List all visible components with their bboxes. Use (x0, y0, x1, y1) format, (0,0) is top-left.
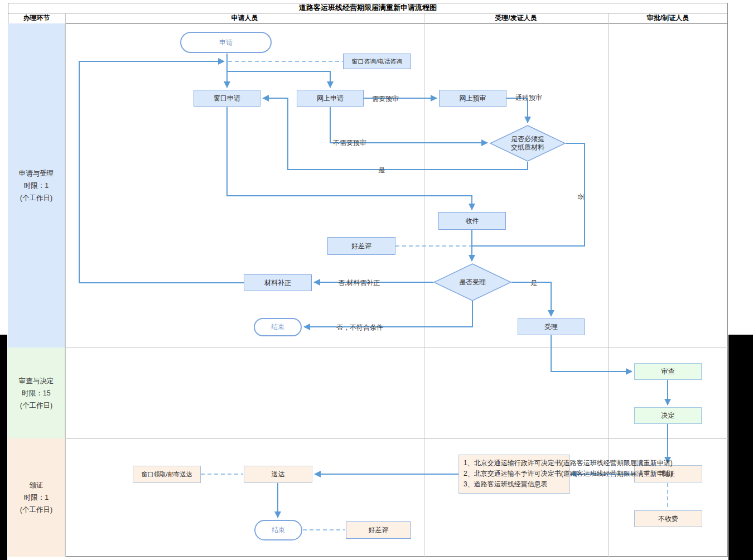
node-accept-decision: 是否受理 (433, 263, 511, 301)
node-accept: 受理 (518, 318, 585, 335)
node-online-preview: 网上预审 (439, 90, 506, 107)
edge-accept-to-examine (551, 335, 632, 371)
node-end-bottom: 结束 (254, 520, 302, 540)
node-rating-bottom: 好差评 (346, 522, 411, 539)
edge-paperq-yes-to-windowapply (263, 98, 528, 170)
node-paper-required-decision: 是否必须提交纸质材料 (490, 125, 566, 162)
edge-label-no-preview: 不需要预审 (333, 138, 366, 148)
node-window-apply: 窗口申请 (194, 90, 260, 107)
edge-label-pass-preview: 通过预审 (515, 93, 542, 103)
note-line-2: 2、北京交通运输不予许可决定书(道路客运班线经营期限届满重新申请) (464, 469, 569, 479)
node-decide: 决定 (634, 407, 702, 424)
edge-start-to-onlineapply (227, 71, 330, 88)
node-no-fee: 不收费 (634, 510, 702, 527)
node-receive: 收件 (438, 212, 506, 230)
note-line-3: 3、道路客运班线经营信息表 (464, 479, 569, 490)
node-end-top: 结束 (254, 318, 302, 336)
edge-acceptq-to-end (304, 301, 472, 327)
node-examine: 审查 (634, 363, 702, 380)
edge-label-no-paper: 否 (576, 194, 585, 200)
node-deliver: 送达 (244, 466, 312, 483)
node-pickup: 窗口领取/邮寄送达 (133, 466, 201, 483)
decision-label: 是否必须提交纸质材料 (510, 135, 546, 152)
decision-label: 是否受理 (459, 278, 486, 287)
note-line-1: 1、北京交通运输行政许可决定书(道路客运班线经营期限届满重新申请) (464, 458, 569, 469)
edge-label-need-preview: 需要预审 (372, 94, 399, 104)
node-material-fix: 材料补正 (244, 274, 312, 291)
edge-label-yes-accept: 是 (530, 278, 537, 288)
decision-documents-note: 1、北京交通运输行政许可决定书(道路客运班线经营期限届满重新申请) 2、北京交通… (458, 455, 570, 494)
edge-label-no-fix: 否,材料需补正 (338, 278, 380, 288)
node-start: 申请 (180, 32, 272, 53)
edge-label-no-reject: 否，不符合条件 (336, 323, 383, 332)
flowchart-page: 道路客运班线经营期限届满重新申请流程图 办理环节 申请人员 受理/发证人员 审批… (0, 0, 753, 560)
node-consult: 窗口咨询/电话咨询 (343, 54, 411, 69)
edge-label-yes-paper: 是 (378, 166, 385, 175)
edge-onlineapply-to-paperq (330, 107, 487, 143)
node-online-apply: 网上申请 (297, 90, 364, 107)
edge-windowapply-to-receive (227, 107, 472, 210)
node-rating-top: 好差评 (327, 237, 395, 255)
